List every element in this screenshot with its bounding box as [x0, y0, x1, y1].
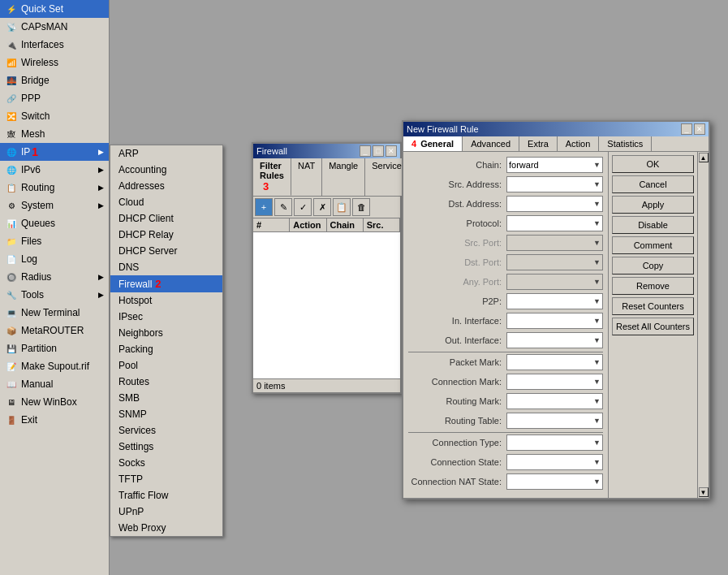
- submenu-ipsec[interactable]: IPsec: [110, 309, 222, 325]
- submenu-services[interactable]: Services: [110, 422, 222, 439]
- sidebar-item-newwinbox[interactable]: 🖥 New WinBox: [0, 393, 109, 411]
- submenu-hotspot[interactable]: Hotspot: [110, 292, 222, 309]
- submenu-dhcp-relay[interactable]: DHCP Relay: [110, 227, 222, 243]
- submenu-packing[interactable]: Packing: [110, 341, 222, 357]
- sidebar-item-routing[interactable]: 📋 Routing ▶: [0, 179, 109, 197]
- metarouter-icon: 📦: [5, 324, 18, 337]
- tab-statistics[interactable]: Statistics: [599, 136, 652, 151]
- sidebar-item-supout[interactable]: 📝 Make Supout.rif: [0, 357, 109, 375]
- nfr-close-button[interactable]: ✕: [694, 123, 705, 135]
- firewall-minimize-button[interactable]: _: [360, 145, 371, 157]
- sidebar-item-ipv6[interactable]: 🌐 IPv6 ▶: [0, 161, 109, 179]
- sidebar-item-files[interactable]: 📁 Files: [0, 232, 109, 250]
- submenu-pool[interactable]: Pool: [110, 357, 222, 374]
- sidebar-item-capsman[interactable]: 📡 CAPsMAN: [0, 18, 109, 36]
- disable-button[interactable]: Disable: [612, 216, 694, 234]
- sidebar-item-radius[interactable]: 🔘 Radius ▶: [0, 268, 109, 286]
- submenu-upnp[interactable]: UPnP: [110, 504, 222, 520]
- tab-action[interactable]: Action: [558, 136, 600, 151]
- submenu-tftp[interactable]: TFTP: [110, 471, 222, 487]
- src-address-select[interactable]: ▼: [506, 176, 603, 192]
- submenu-dhcp-server[interactable]: DHCP Server: [110, 243, 222, 259]
- any-port-select[interactable]: ▼: [506, 274, 603, 290]
- sidebar-item-partition[interactable]: 💾 Partition: [0, 339, 109, 357]
- remove-button[interactable]: Remove: [612, 277, 694, 295]
- firewall-close-button[interactable]: ✕: [386, 145, 397, 157]
- reset-counters-button[interactable]: Reset Counters: [612, 297, 694, 315]
- submenu-neighbors[interactable]: Neighbors: [110, 325, 222, 341]
- submenu-dns[interactable]: DNS: [110, 259, 222, 275]
- tab-general[interactable]: 4 General: [403, 136, 463, 151]
- submenu-firewall[interactable]: Firewall 2: [110, 275, 222, 292]
- submenu-cloud[interactable]: Cloud: [110, 194, 222, 210]
- in-interface-select[interactable]: ▼: [506, 313, 603, 329]
- tab-nat[interactable]: NAT: [291, 158, 322, 196]
- submenu-arp[interactable]: ARP: [110, 145, 222, 162]
- sidebar-item-interfaces[interactable]: 🔌 Interfaces: [0, 36, 109, 54]
- dst-address-select[interactable]: ▼: [506, 196, 603, 212]
- cancel-button[interactable]: Cancel: [612, 175, 694, 193]
- tab-filter-rules[interactable]: Filter Rules 3: [253, 158, 291, 196]
- tab-advanced[interactable]: Advanced: [463, 136, 519, 151]
- scroll-down-button[interactable]: ▼: [699, 487, 709, 497]
- copy-button[interactable]: Copy: [612, 257, 694, 275]
- submenu-trafficflow[interactable]: Traffic Flow: [110, 487, 222, 504]
- submenu-accounting[interactable]: Accounting: [110, 162, 222, 178]
- sidebar-item-log[interactable]: 📄 Log: [0, 250, 109, 268]
- submenu-smb[interactable]: SMB: [110, 390, 222, 406]
- nfr-scrollbar[interactable]: ▲ ▼: [697, 152, 709, 498]
- out-interface-select[interactable]: ▼: [506, 332, 603, 348]
- nfr-minimize-button[interactable]: _: [681, 123, 692, 135]
- dst-port-select[interactable]: ▼: [506, 254, 603, 270]
- sidebar-item-exit[interactable]: 🚪 Exit: [0, 411, 109, 429]
- enable-rule-button[interactable]: ✓: [294, 198, 312, 216]
- routing-mark-arrow: ▼: [593, 397, 601, 405]
- packet-mark-select[interactable]: ▼: [506, 354, 603, 370]
- add-rule-button[interactable]: +: [255, 198, 273, 216]
- sidebar-item-switch[interactable]: 🔀 Switch: [0, 107, 109, 125]
- submenu-snmp[interactable]: SNMP: [110, 406, 222, 422]
- comment-button[interactable]: Comment: [612, 236, 694, 254]
- protocol-select[interactable]: ▼: [506, 215, 603, 231]
- submenu-settings[interactable]: Settings: [110, 439, 222, 455]
- ip-badge: 1: [32, 145, 38, 158]
- routing-mark-select[interactable]: ▼: [506, 393, 603, 409]
- edit-rule-button[interactable]: ✎: [274, 198, 292, 216]
- tab-extra[interactable]: Extra: [519, 136, 558, 151]
- src-port-select[interactable]: ▼: [506, 235, 603, 251]
- p2p-select[interactable]: ▼: [506, 293, 603, 309]
- sidebar-item-system[interactable]: ⚙ System ▶: [0, 197, 109, 214]
- ok-button[interactable]: OK: [612, 155, 694, 173]
- copy-rule-button[interactable]: 📋: [333, 198, 351, 216]
- firewall-maximize-button[interactable]: □: [373, 145, 384, 157]
- submenu-webproxy[interactable]: Web Proxy: [110, 520, 222, 536]
- sidebar-item-wireless[interactable]: 📶 Wireless: [0, 54, 109, 71]
- apply-button[interactable]: Apply: [612, 196, 694, 214]
- sidebar-item-metarouter[interactable]: 📦 MetaROUTER: [0, 322, 109, 339]
- scroll-up-button[interactable]: ▲: [699, 153, 709, 162]
- sidebar-item-queues[interactable]: 📊 Queues: [0, 214, 109, 232]
- sidebar-item-mesh[interactable]: 🕸 Mesh: [0, 125, 109, 143]
- sidebar-item-ip[interactable]: 🌐 IP 1 ▶: [0, 143, 109, 161]
- sidebar-item-terminal[interactable]: 💻 New Terminal: [0, 304, 109, 322]
- sidebar-item-bridge[interactable]: 🌉 Bridge: [0, 71, 109, 89]
- connection-nat-state-select[interactable]: ▼: [506, 473, 603, 490]
- submenu-addresses[interactable]: Addresses: [110, 178, 222, 194]
- connection-state-select[interactable]: ▼: [506, 454, 603, 470]
- routing-table-select[interactable]: ▼: [506, 413, 603, 429]
- submenu-socks[interactable]: Socks: [110, 455, 222, 471]
- delete-rule-button[interactable]: 🗑: [352, 198, 370, 216]
- sidebar-item-quickset[interactable]: ⚡ Quick Set: [0, 0, 109, 18]
- disable-rule-button[interactable]: ✗: [313, 198, 331, 216]
- sidebar-item-ppp[interactable]: 🔗 PPP: [0, 89, 109, 107]
- reset-all-counters-button[interactable]: Reset All Counters: [612, 318, 694, 335]
- connection-mark-select[interactable]: ▼: [506, 374, 603, 390]
- sidebar-item-tools[interactable]: 🔧 Tools ▶: [0, 286, 109, 304]
- tab-mangle[interactable]: Mangle: [322, 158, 365, 196]
- sidebar-item-manual[interactable]: 📖 Manual: [0, 375, 109, 393]
- submenu-dhcp-client[interactable]: DHCP Client: [110, 210, 222, 227]
- connection-type-select[interactable]: ▼: [506, 434, 603, 451]
- mangle-label: Mangle: [329, 161, 358, 171]
- submenu-routes[interactable]: Routes: [110, 374, 222, 390]
- chain-select[interactable]: forward ▼: [506, 157, 603, 173]
